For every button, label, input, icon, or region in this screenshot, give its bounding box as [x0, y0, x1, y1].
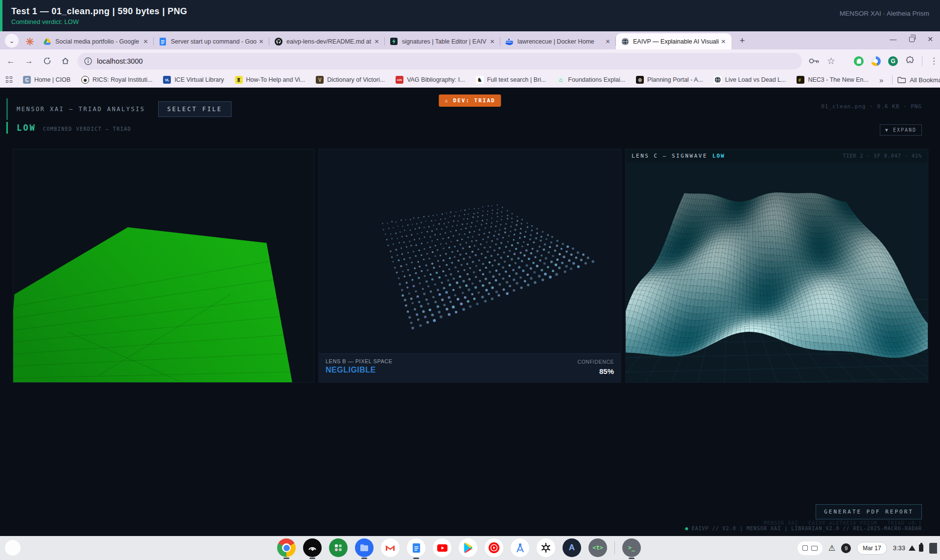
tab-title: eaivp-lens-dev/README.md at: [286, 38, 373, 45]
chrome-app-icon[interactable]: [277, 538, 296, 557]
keyboard-indicator-icon: [802, 545, 808, 551]
url-text: localhost:3000: [97, 57, 143, 65]
youtube-app-icon[interactable]: [433, 538, 451, 557]
browser-menu-icon[interactable]: ⋮: [930, 56, 938, 66]
app-brand: MENSOR XAI — TRIAD ANALYSIS: [17, 106, 145, 113]
new-tab-button[interactable]: +: [735, 34, 749, 47]
lens-b-verdict: NEGLIGIBLE: [326, 366, 614, 374]
chatgpt-app-icon[interactable]: [537, 538, 555, 557]
bookmark-rics[interactable]: ◉ RICS: Royal Instituti...: [81, 76, 152, 84]
date-pill[interactable]: Mar 17: [857, 542, 887, 555]
bookmark-home-ciob[interactable]: C Home | CIOB: [23, 76, 70, 84]
apps-grid-icon[interactable]: [6, 76, 12, 83]
files-app-icon[interactable]: [355, 538, 374, 557]
lens-b-panel[interactable]: LENS B — PIXEL SPACE NEGLIGIBLE CONFIDEN…: [318, 149, 621, 383]
close-window-button[interactable]: ✕: [927, 35, 933, 43]
forward-button[interactable]: →: [22, 54, 36, 69]
bookmarks-overflow-icon[interactable]: »: [879, 76, 883, 84]
bookmark-vag-bibliography[interactable]: ods VAG Bibliography: I...: [396, 76, 465, 84]
tab-social-media-portfolio[interactable]: Social media portfolio - Google ✕: [38, 33, 154, 49]
grammarly-extension-icon[interactable]: G: [888, 56, 898, 66]
google-docs-icon: [159, 37, 167, 46]
minimize-button[interactable]: —: [890, 35, 896, 43]
starburst-icon: [26, 38, 34, 46]
tmark-app-icon[interactable]: <t>: [588, 538, 607, 557]
tab-search-button[interactable]: ⌄: [5, 34, 19, 47]
lens-a-panel[interactable]: [13, 149, 314, 383]
system-tray[interactable]: ⚠ 9 Mar 17 3:33: [798, 536, 940, 560]
close-tab-icon[interactable]: ✕: [604, 37, 612, 46]
bookmark-nec3[interactable]: ≢ NEC3 - The New En...: [797, 76, 868, 84]
combined-verdict-value: LOW: [17, 123, 36, 133]
library-columns-icon: ♞: [476, 76, 484, 84]
pinned-tab-claude[interactable]: [22, 33, 38, 49]
bookmark-full-text-search[interactable]: ♞ Full text search | Bri...: [476, 76, 546, 84]
arc-app-icon[interactable]: [303, 538, 322, 557]
close-tab-icon[interactable]: ✕: [373, 37, 381, 46]
all-bookmarks-button[interactable]: All Bookmarks: [897, 76, 940, 84]
bookmark-howto-help[interactable]: ♜ How-To Help and Vi...: [235, 76, 306, 84]
lens-a-green-plane-visualization: [13, 149, 314, 383]
dev-triad-badge: ⚠ DEV: TRIAD: [439, 94, 501, 107]
dictionary-icon: V: [316, 76, 324, 84]
back-button[interactable]: ←: [3, 54, 18, 69]
extensions-puzzle-icon[interactable]: [905, 56, 915, 66]
status-area-clock[interactable]: 3:33: [893, 544, 923, 552]
select-file-button[interactable]: SELECT FILE: [158, 101, 232, 117]
screen: Test 1 — 01_clean.png | 590 bytes | PNG …: [0, 0, 940, 560]
display-indicator-icon: [811, 546, 818, 551]
green-shapes-app-icon[interactable]: [329, 538, 348, 557]
lens-c-panel[interactable]: LENS C — SIGNWAVE LOW TIER 2 · SF 0.047 …: [625, 149, 928, 383]
window-brand: MENSOR XAI · Aletheia Prism: [840, 10, 929, 17]
tray-warning-icon[interactable]: ⚠: [828, 543, 835, 553]
ime-indicator[interactable]: [798, 541, 822, 555]
lens-b-info-bar: LENS B — PIXEL SPACE NEGLIGIBLE CONFIDEN…: [319, 353, 621, 382]
notification-count-badge[interactable]: 9: [841, 543, 851, 553]
bookmark-dictionary-victorian[interactable]: V Dictionary of Victori...: [316, 76, 385, 84]
globe-bookmark-icon: [714, 76, 722, 84]
close-tab-icon[interactable]: ✕: [719, 37, 728, 46]
tab-title: EAIVP — Explainable AI Visuali: [633, 38, 719, 45]
clock-extension-icon[interactable]: [871, 56, 881, 66]
password-key-icon[interactable]: [809, 58, 820, 64]
bookmark-live-load[interactable]: Live Load vs Dead L...: [714, 76, 786, 84]
restore-button[interactable]: [909, 37, 915, 42]
generate-pdf-report-button[interactable]: GENERATE PDF REPORT: [816, 504, 922, 519]
site-info-icon[interactable]: [84, 57, 92, 65]
address-bar[interactable]: localhost:3000: [77, 53, 802, 70]
docs-app-icon[interactable]: [407, 538, 425, 557]
bookmark-star-icon[interactable]: ☆: [827, 55, 835, 67]
drafting-compass-app-icon[interactable]: [511, 538, 529, 557]
tab-server-start-up[interactable]: Server start up command - Goo ✕: [154, 33, 269, 49]
home-button[interactable]: [58, 54, 72, 69]
lens-c-meta: TIER 2 · SF 0.047 · 41%: [843, 153, 922, 159]
github-icon: [274, 37, 282, 46]
tab-docker-home[interactable]: lawrencecue | Docker Home ✕: [500, 33, 616, 49]
play-store-app-icon[interactable]: [459, 538, 477, 557]
expand-button[interactable]: ▼ EXPAND: [880, 124, 922, 136]
launcher-button[interactable]: [5, 540, 21, 556]
chromeos-shelf: A <t> >_ ⚠ 9 Mar 17 3:33: [0, 536, 940, 560]
tab-eaivp-active[interactable]: EAIVP — Explainable AI Visuali ✕: [616, 33, 731, 49]
gradient-a-app-icon[interactable]: A: [563, 538, 581, 557]
youtube-music-app-icon[interactable]: [485, 538, 503, 557]
close-tab-icon[interactable]: ✕: [257, 37, 265, 46]
evernote-extension-icon[interactable]: [854, 56, 864, 66]
gmail-app-icon[interactable]: [381, 538, 400, 557]
tab-github-readme[interactable]: eaivp-lens-dev/README.md at ✕: [269, 33, 385, 49]
wifi-icon: [909, 545, 916, 551]
edge-tray-icon[interactable]: [929, 543, 937, 554]
rics-icon: ◉: [81, 76, 89, 84]
shelf-separator: [614, 541, 615, 554]
lens-b-title: LENS B — PIXEL SPACE: [326, 358, 614, 364]
close-tab-icon[interactable]: ✕: [141, 37, 150, 46]
close-tab-icon[interactable]: ✕: [488, 37, 496, 46]
reload-button[interactable]: [40, 54, 54, 69]
howto-icon: ♜: [235, 76, 243, 84]
bookmark-foundations[interactable]: ⌂ Foundations Explai...: [557, 76, 625, 84]
bookmark-planning-portal[interactable]: ♔ Planning Portal - A...: [636, 76, 703, 84]
terminal-app-icon[interactable]: >_: [622, 538, 641, 557]
tab-table-editor[interactable]: signatures | Table Editor | EAIV ✕: [385, 33, 500, 49]
docker-whale-icon: [505, 37, 514, 46]
bookmark-ice-virtual-library[interactable]: VL ICE Virtual Library: [163, 76, 224, 84]
